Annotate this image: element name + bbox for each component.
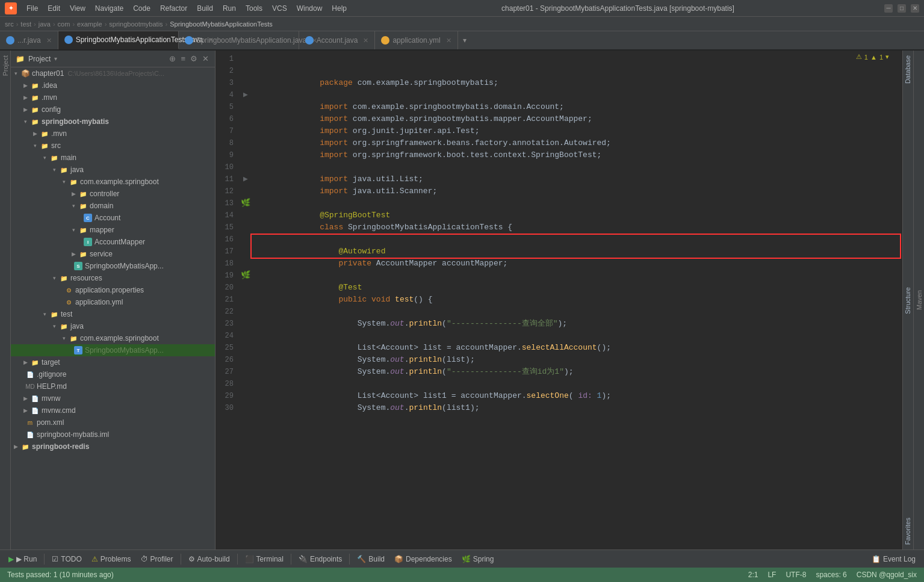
tree-item-src[interactable]: ▾ 📁 src [11, 140, 215, 152]
tree-item-pom[interactable]: m pom.xml [11, 416, 215, 429]
event-log-button[interactable]: 📋 Event Log [868, 554, 919, 565]
tree-item-java-test[interactable]: ▾ 📁 java [11, 320, 215, 332]
tree-item-mvn2[interactable]: ▶ 📁 .mvn [11, 128, 215, 140]
menu-navigate[interactable]: Navigate [90, 3, 128, 14]
menu-tools[interactable]: Tools [241, 3, 267, 14]
menu-vcs[interactable]: VCS [267, 3, 292, 14]
status-charset[interactable]: UTF-8 [786, 571, 806, 579]
favorites-panel-label[interactable]: Favorites [903, 513, 913, 549]
code-editor[interactable]: 1 2 package com.example.springbootmybati… [215, 51, 902, 549]
tree-item-chapter01[interactable]: ▾ 📦 chapter01 C:\Users\86136\IdeaProject… [11, 67, 215, 79]
tree-item-mapper[interactable]: ▾ 📁 mapper [11, 224, 215, 236]
tree-item-controller[interactable]: ▶ 📁 controller [11, 188, 215, 200]
tree-item-main[interactable]: ▾ 📁 main [11, 152, 215, 164]
sidebar-settings-icon[interactable]: ⚙ [189, 53, 199, 64]
run-button[interactable]: ▶ ▶ Run [5, 554, 40, 565]
line-num-9: 9 [215, 149, 240, 161]
tree-item-app-properties[interactable]: ⚙ application.properties [11, 284, 215, 296]
breadcrumb-item-src[interactable]: src [5, 20, 14, 28]
tree-item-domain[interactable]: ▾ 📁 domain [11, 200, 215, 212]
sidebar-collapse-icon[interactable]: ≡ [179, 53, 187, 64]
project-panel-label[interactable]: Project [1, 51, 10, 81]
tree-item-springboot-mybatis[interactable]: ▾ 📁 springboot-mybatis [11, 116, 215, 128]
tree-item-iml[interactable]: 📄 springboot-mybatis.iml [11, 429, 215, 441]
tree-item-mvnw-cmd[interactable]: ▶ 📄 mvnw.cmd [11, 404, 215, 416]
breadcrumb-item-springbootmybatis[interactable]: springbootmybatis [109, 20, 163, 28]
tab-account[interactable]: Account.java ✕ [299, 31, 376, 49]
breadcrumb-item-example[interactable]: example [77, 20, 102, 28]
breadcrumb-item-test[interactable]: test [20, 20, 31, 28]
resources-label: resources [70, 274, 102, 282]
build-button[interactable]: 🔨 Build [353, 554, 388, 565]
todo-button[interactable]: ☑ TODO [48, 554, 85, 565]
breadcrumb-item-com[interactable]: com [58, 20, 70, 28]
chapter01-icon: 📦 [20, 69, 30, 78]
sidebar-locate-icon[interactable]: ⊕ [168, 53, 177, 64]
tab-mapper-close[interactable]: ✕ [46, 37, 52, 45]
tab-java-icon-2 [64, 36, 73, 44]
close-button[interactable]: ✕ [911, 4, 919, 13]
tab-yml-close[interactable]: ✕ [446, 37, 451, 45]
tree-item-gitignore[interactable]: 📄 .gitignore [11, 368, 215, 380]
breadcrumb-item-class[interactable]: SpringbootMybatisApplicationTests [170, 20, 273, 28]
mvnw-cmd-label: mvnw.cmd [42, 406, 76, 415]
line-num-5: 5 [215, 101, 240, 113]
spring-button[interactable]: 🌿 Spring [458, 554, 498, 565]
tab-overflow-button[interactable]: ▾ [458, 31, 471, 49]
menu-file[interactable]: File [22, 3, 43, 14]
toolbar-sep-4 [291, 554, 291, 565]
tree-item-accountmapper[interactable]: I AccountMapper [11, 236, 215, 248]
tree-item-test[interactable]: ▾ 📁 test [11, 308, 215, 320]
endpoints-button[interactable]: 🔌 Endpoints [295, 554, 346, 565]
menu-build[interactable]: Build [192, 3, 218, 14]
minimize-button[interactable]: ─ [884, 4, 893, 13]
profiler-button[interactable]: ⏱ Profiler [137, 554, 177, 565]
menu-window[interactable]: Window [292, 3, 327, 14]
menu-edit[interactable]: Edit [43, 3, 65, 14]
auto-build-button[interactable]: ⚙ Auto-build [185, 554, 234, 565]
tree-item-help[interactable]: MD HELP.md [11, 380, 215, 392]
tab-mapper[interactable]: ...r.java ✕ [0, 31, 58, 49]
tree-item-java-main[interactable]: ▾ 📁 java [11, 164, 215, 176]
status-position[interactable]: 2:1 [748, 571, 758, 579]
status-lf[interactable]: LF [767, 571, 776, 579]
tree-item-account[interactable]: C Account [11, 212, 215, 224]
menu-code[interactable]: Code [128, 3, 155, 14]
tree-item-idea[interactable]: ▶ 📁 .idea [11, 79, 215, 91]
tab-yml[interactable]: application.yml ✕ [375, 31, 457, 49]
terminal-button[interactable]: ⬛ Terminal [241, 554, 287, 565]
tab-app[interactable]: SpringbootMybatisApplication.java ✕ [179, 31, 299, 49]
tree-item-config[interactable]: ▶ 📁 config [11, 104, 215, 116]
structure-panel-label[interactable]: Structure [903, 282, 913, 319]
tree-item-service[interactable]: ▶ 📁 service [11, 248, 215, 260]
status-indentation[interactable]: spaces: 6 [816, 571, 846, 579]
breadcrumb-item-java[interactable]: java [39, 20, 51, 28]
menu-help[interactable]: Help [327, 3, 352, 14]
maven-panel-label[interactable]: Maven [914, 285, 924, 315]
problems-button[interactable]: ⚠ Problems [88, 554, 135, 565]
sidebar-close-icon[interactable]: ✕ [201, 53, 210, 64]
tree-item-springboot-redis[interactable]: ▶ 📁 springboot-redis [11, 441, 215, 453]
tree-item-resources[interactable]: ▾ 📁 resources [11, 272, 215, 284]
maximize-button[interactable]: □ [898, 4, 906, 13]
tree-item-springbootapp[interactable]: S SpringbootMybatisApp... [11, 260, 215, 272]
line-num-18: 18 [215, 258, 240, 270]
tree-item-target[interactable]: ▶ 📁 target [11, 356, 215, 368]
dependencies-button[interactable]: 📦 Dependencies [391, 554, 456, 565]
menu-run[interactable]: Run [218, 3, 241, 14]
database-panel-label[interactable]: Database [903, 51, 913, 88]
tab-test-main[interactable]: SpringbootMybatisApplicationTests.java ✕ [58, 31, 179, 49]
menu-refactor[interactable]: Refactor [155, 3, 192, 14]
tree-item-app-yml[interactable]: ⚙ application.yml [11, 296, 215, 308]
warning-chevron[interactable]: ▾ [885, 53, 889, 61]
status-message: Tests passed: 1 (10 minutes ago) [7, 571, 114, 579]
tree-item-mvnw[interactable]: ▶ 📄 mvnw [11, 392, 215, 404]
sidebar-dropdown-icon[interactable]: ▾ [54, 55, 57, 62]
menu-view[interactable]: View [65, 3, 90, 14]
tree-item-package-test[interactable]: ▾ 📁 com.example.springboot [11, 332, 215, 344]
tree-item-test-class[interactable]: T SpringbootMybatisApp... [11, 344, 215, 356]
tab-account-close[interactable]: ✕ [363, 37, 368, 45]
status-user: CSDN @qgold_six [857, 571, 917, 579]
tree-item-package-main[interactable]: ▾ 📁 com.example.springboot [11, 176, 215, 188]
tree-item-mvn1[interactable]: ▶ 📁 .mvn [11, 91, 215, 104]
